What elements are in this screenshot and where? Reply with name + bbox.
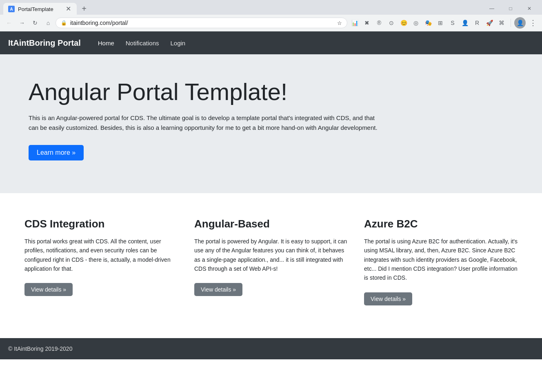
view-details-button-azure[interactable]: View details » bbox=[364, 292, 412, 305]
extension-icon-5[interactable]: ◎ bbox=[410, 17, 422, 29]
extension-icon-6[interactable]: 🎭 bbox=[422, 17, 434, 29]
extension-icon-10[interactable]: R bbox=[471, 17, 483, 29]
star-icon[interactable]: ☆ bbox=[337, 20, 342, 26]
refresh-button[interactable]: ↻ bbox=[29, 17, 41, 29]
app-navbar: ItAintBoring Portal Home Notifications L… bbox=[0, 31, 542, 54]
extension-icon-2[interactable]: ® bbox=[373, 17, 385, 29]
browser-tab-close[interactable]: ✕ bbox=[64, 5, 72, 13]
feature-title-angular: Angular-Based bbox=[194, 218, 348, 230]
footer-text: © ItAintBoring 2019-2020 bbox=[8, 345, 72, 352]
feature-description-azure: The portal is using Azure B2C for authen… bbox=[364, 237, 518, 283]
toolbar-separator bbox=[511, 19, 511, 27]
view-details-button-cds[interactable]: View details » bbox=[24, 283, 73, 296]
extension-icon-12[interactable]: ⌘ bbox=[496, 17, 507, 29]
view-details-button-angular[interactable]: View details » bbox=[194, 283, 242, 296]
feature-card-cds: CDS Integration This portal works great … bbox=[24, 218, 178, 305]
extension-icon-1[interactable]: ✖ bbox=[361, 17, 373, 29]
feature-description-cds: This portal works great with CDS. All th… bbox=[24, 237, 178, 274]
bar-chart-icon[interactable]: 📊 bbox=[349, 17, 360, 29]
app-footer: © ItAintBoring 2019-2020 bbox=[0, 338, 542, 359]
feature-card-angular: Angular-Based The portal is powered by A… bbox=[194, 218, 348, 305]
window-controls: — □ ✕ bbox=[482, 3, 539, 14]
extension-icon-7[interactable]: ⊞ bbox=[435, 17, 446, 29]
lock-icon: 🔒 bbox=[61, 20, 67, 26]
extension-icon-4[interactable]: 😊 bbox=[398, 17, 409, 29]
browser-tab-title: PortalTemplate bbox=[18, 6, 61, 12]
browser-tab-favicon: A bbox=[8, 6, 15, 12]
browser-toolbar: ← → ↻ ⌂ 🔒 itaintboring.com/portal/ ☆ 📊 ✖… bbox=[0, 15, 542, 31]
browser-menu-button[interactable]: ⋮ bbox=[527, 17, 539, 29]
address-bar[interactable]: 🔒 itaintboring.com/portal/ ☆ bbox=[56, 18, 347, 28]
feature-description-angular: The portal is powered by Angular. It is … bbox=[194, 237, 348, 274]
browser-title-bar: A PortalTemplate ✕ + — □ ✕ bbox=[0, 0, 542, 15]
hero-title: Angular Portal Template! bbox=[29, 79, 513, 105]
nav-link-notifications[interactable]: Notifications bbox=[121, 36, 164, 50]
extension-icon-9[interactable]: 👤 bbox=[459, 17, 471, 29]
maximize-button[interactable]: □ bbox=[501, 3, 520, 14]
features-section: CDS Integration This portal works great … bbox=[0, 193, 542, 338]
toolbar-icons: 📊 ✖ ® ⊙ 😊 ◎ 🎭 ⊞ S 👤 R 🚀 ⌘ bbox=[349, 17, 507, 29]
app-brand: ItAintBoring Portal bbox=[8, 38, 81, 48]
browser-tab[interactable]: A PortalTemplate ✕ bbox=[3, 3, 77, 15]
close-button[interactable]: ✕ bbox=[520, 3, 539, 14]
back-button[interactable]: ← bbox=[3, 17, 15, 29]
extension-icon-11[interactable]: 🚀 bbox=[484, 17, 495, 29]
minimize-button[interactable]: — bbox=[482, 3, 501, 14]
hero-description: This is an Angular-powered portal for CD… bbox=[29, 113, 380, 133]
feature-title-cds: CDS Integration bbox=[24, 218, 178, 230]
extension-icon-8[interactable]: S bbox=[447, 17, 458, 29]
browser-chrome: A PortalTemplate ✕ + — □ ✕ ← → ↻ ⌂ 🔒 ita… bbox=[0, 0, 542, 31]
forward-button[interactable]: → bbox=[16, 17, 28, 29]
home-button[interactable]: ⌂ bbox=[42, 17, 54, 29]
feature-card-azure: Azure B2C The portal is using Azure B2C … bbox=[364, 218, 518, 305]
nav-link-login[interactable]: Login bbox=[165, 36, 190, 50]
learn-more-button[interactable]: Learn more » bbox=[29, 145, 84, 160]
profile-button[interactable]: 👤 bbox=[514, 17, 526, 29]
app-nav-links: Home Notifications Login bbox=[93, 36, 190, 50]
browser-new-tab-button[interactable]: + bbox=[78, 3, 90, 14]
extension-icon-3[interactable]: ⊙ bbox=[386, 17, 397, 29]
feature-title-azure: Azure B2C bbox=[364, 218, 518, 230]
address-text: itaintboring.com/portal/ bbox=[70, 20, 334, 26]
app-root: ItAintBoring Portal Home Notifications L… bbox=[0, 31, 542, 359]
nav-link-home[interactable]: Home bbox=[93, 36, 119, 50]
hero-section: Angular Portal Template! This is an Angu… bbox=[0, 54, 542, 193]
